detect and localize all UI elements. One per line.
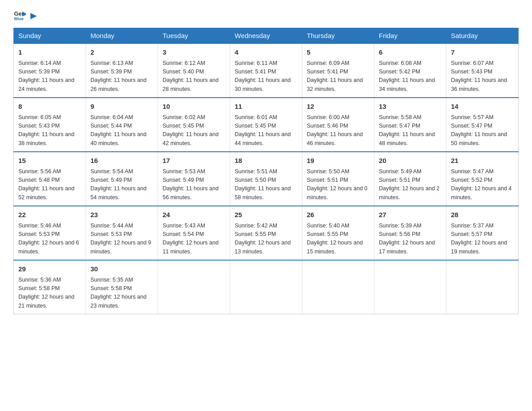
- calendar-cell: 22Sunrise: 5:46 AMSunset: 5:53 PMDayligh…: [14, 206, 86, 260]
- calendar-cell: 11Sunrise: 6:01 AMSunset: 5:45 PMDayligh…: [230, 98, 302, 152]
- day-number: 5: [307, 47, 369, 58]
- day-number: 13: [379, 102, 442, 112]
- day-number: 15: [18, 156, 81, 166]
- calendar-cell: 27Sunrise: 5:39 AMSunset: 5:56 PMDayligh…: [374, 206, 446, 260]
- calendar-cell: 2Sunrise: 6:13 AMSunset: 5:39 PMDaylight…: [86, 43, 158, 98]
- day-info: Sunrise: 6:13 AMSunset: 5:39 PMDaylight:…: [90, 59, 153, 94]
- day-number: 30: [90, 264, 153, 274]
- day-info: Sunrise: 6:01 AMSunset: 5:45 PMDaylight:…: [235, 113, 297, 148]
- day-info: Sunrise: 6:07 AMSunset: 5:43 PMDaylight:…: [451, 59, 514, 94]
- calendar-cell: 26Sunrise: 5:40 AMSunset: 5:55 PMDayligh…: [302, 206, 374, 260]
- col-header-friday: Friday: [374, 28, 446, 44]
- calendar-cell: 4Sunrise: 6:11 AMSunset: 5:41 PMDaylight…: [230, 43, 302, 98]
- day-number: 18: [235, 156, 297, 166]
- day-info: Sunrise: 6:11 AMSunset: 5:41 PMDaylight:…: [235, 59, 297, 94]
- calendar-cell: 23Sunrise: 5:44 AMSunset: 5:53 PMDayligh…: [86, 206, 158, 260]
- col-header-tuesday: Tuesday: [158, 28, 230, 44]
- day-number: 8: [18, 102, 81, 112]
- col-header-thursday: Thursday: [302, 28, 374, 44]
- calendar-cell: 7Sunrise: 6:07 AMSunset: 5:43 PMDaylight…: [446, 43, 519, 98]
- day-info: Sunrise: 5:44 AMSunset: 5:53 PMDaylight:…: [90, 222, 153, 257]
- day-info: Sunrise: 5:39 AMSunset: 5:56 PMDaylight:…: [379, 222, 442, 257]
- day-number: 28: [451, 210, 514, 220]
- col-header-sunday: Sunday: [14, 28, 86, 44]
- day-info: Sunrise: 6:02 AMSunset: 5:45 PMDaylight:…: [163, 113, 225, 148]
- calendar-cell: 15Sunrise: 5:56 AMSunset: 5:48 PMDayligh…: [14, 152, 86, 206]
- day-number: 23: [90, 210, 153, 220]
- day-number: 22: [18, 210, 81, 220]
- calendar-cell: 1Sunrise: 6:14 AMSunset: 5:39 PMDaylight…: [14, 43, 86, 98]
- col-header-saturday: Saturday: [446, 28, 519, 44]
- day-number: 21: [451, 156, 514, 166]
- calendar-week-row: 29Sunrise: 5:36 AMSunset: 5:58 PMDayligh…: [14, 260, 519, 314]
- day-info: Sunrise: 5:58 AMSunset: 5:47 PMDaylight:…: [379, 113, 442, 148]
- calendar-cell: 21Sunrise: 5:47 AMSunset: 5:52 PMDayligh…: [446, 152, 519, 206]
- calendar-cell: 10Sunrise: 6:02 AMSunset: 5:45 PMDayligh…: [158, 98, 230, 152]
- day-number: 3: [163, 47, 225, 58]
- day-number: 19: [307, 156, 369, 166]
- calendar-week-row: 8Sunrise: 6:05 AMSunset: 5:43 PMDaylight…: [14, 98, 519, 152]
- calendar-cell: 29Sunrise: 5:36 AMSunset: 5:58 PMDayligh…: [14, 260, 86, 314]
- calendar-cell: 12Sunrise: 6:00 AMSunset: 5:46 PMDayligh…: [302, 98, 374, 152]
- calendar-cell: 6Sunrise: 6:08 AMSunset: 5:42 PMDaylight…: [374, 43, 446, 98]
- day-number: 16: [90, 156, 153, 166]
- day-info: Sunrise: 5:50 AMSunset: 5:51 PMDaylight:…: [307, 167, 369, 202]
- calendar-header-row: SundayMondayTuesdayWednesdayThursdayFrid…: [14, 28, 519, 44]
- calendar-week-row: 15Sunrise: 5:56 AMSunset: 5:48 PMDayligh…: [14, 152, 519, 206]
- day-number: 9: [90, 102, 153, 112]
- day-info: Sunrise: 6:00 AMSunset: 5:46 PMDaylight:…: [307, 113, 369, 148]
- day-info: Sunrise: 6:05 AMSunset: 5:43 PMDaylight:…: [18, 113, 81, 148]
- calendar-cell: 24Sunrise: 5:43 AMSunset: 5:54 PMDayligh…: [158, 206, 230, 260]
- svg-marker-3: [30, 13, 37, 19]
- day-info: Sunrise: 5:37 AMSunset: 5:57 PMDaylight:…: [451, 222, 514, 257]
- calendar-cell: 18Sunrise: 5:51 AMSunset: 5:50 PMDayligh…: [230, 152, 302, 206]
- calendar-cell: 28Sunrise: 5:37 AMSunset: 5:57 PMDayligh…: [446, 206, 519, 260]
- day-info: Sunrise: 6:12 AMSunset: 5:40 PMDaylight:…: [163, 59, 225, 94]
- day-number: 26: [307, 210, 369, 220]
- calendar-cell: 14Sunrise: 5:57 AMSunset: 5:47 PMDayligh…: [446, 98, 519, 152]
- calendar-cell: 25Sunrise: 5:42 AMSunset: 5:55 PMDayligh…: [230, 206, 302, 260]
- calendar-cell: 16Sunrise: 5:54 AMSunset: 5:49 PMDayligh…: [86, 152, 158, 206]
- calendar-table: SundayMondayTuesdayWednesdayThursdayFrid…: [13, 28, 519, 314]
- day-number: 20: [379, 156, 442, 166]
- calendar-cell: 5Sunrise: 6:09 AMSunset: 5:41 PMDaylight…: [302, 43, 374, 98]
- day-info: Sunrise: 6:08 AMSunset: 5:42 PMDaylight:…: [379, 59, 442, 94]
- calendar-week-row: 1Sunrise: 6:14 AMSunset: 5:39 PMDaylight…: [14, 43, 519, 98]
- calendar-cell: 30Sunrise: 5:35 AMSunset: 5:58 PMDayligh…: [86, 260, 158, 314]
- day-info: Sunrise: 5:51 AMSunset: 5:50 PMDaylight:…: [235, 167, 297, 202]
- day-info: Sunrise: 5:46 AMSunset: 5:53 PMDaylight:…: [18, 222, 81, 257]
- day-number: 11: [235, 102, 297, 112]
- calendar-cell: 20Sunrise: 5:49 AMSunset: 5:51 PMDayligh…: [374, 152, 446, 206]
- calendar-cell: 19Sunrise: 5:50 AMSunset: 5:51 PMDayligh…: [302, 152, 374, 206]
- page-header: General Blue: [13, 9, 519, 21]
- day-info: Sunrise: 5:53 AMSunset: 5:49 PMDaylight:…: [163, 167, 225, 202]
- day-info: Sunrise: 5:57 AMSunset: 5:47 PMDaylight:…: [451, 113, 514, 148]
- day-info: Sunrise: 5:40 AMSunset: 5:55 PMDaylight:…: [307, 222, 369, 257]
- day-info: Sunrise: 6:04 AMSunset: 5:44 PMDaylight:…: [90, 113, 153, 148]
- day-number: 25: [235, 210, 297, 220]
- calendar-cell: [302, 260, 374, 314]
- calendar-cell: 17Sunrise: 5:53 AMSunset: 5:49 PMDayligh…: [158, 152, 230, 206]
- day-number: 7: [451, 47, 514, 58]
- day-number: 10: [163, 102, 225, 112]
- col-header-monday: Monday: [86, 28, 158, 44]
- day-info: Sunrise: 6:14 AMSunset: 5:39 PMDaylight:…: [18, 59, 81, 94]
- day-info: Sunrise: 5:49 AMSunset: 5:51 PMDaylight:…: [379, 167, 442, 202]
- calendar-cell: 8Sunrise: 6:05 AMSunset: 5:43 PMDaylight…: [14, 98, 86, 152]
- calendar-cell: 3Sunrise: 6:12 AMSunset: 5:40 PMDaylight…: [158, 43, 230, 98]
- day-info: Sunrise: 5:47 AMSunset: 5:52 PMDaylight:…: [451, 167, 514, 202]
- calendar-cell: [230, 260, 302, 314]
- day-number: 24: [163, 210, 225, 220]
- day-number: 12: [307, 102, 369, 112]
- day-number: 17: [163, 156, 225, 166]
- calendar-cell: 13Sunrise: 5:58 AMSunset: 5:47 PMDayligh…: [374, 98, 446, 152]
- day-number: 14: [451, 102, 514, 112]
- logo: General Blue: [13, 9, 39, 21]
- col-header-wednesday: Wednesday: [230, 28, 302, 44]
- day-info: Sunrise: 5:54 AMSunset: 5:49 PMDaylight:…: [90, 167, 153, 202]
- calendar-cell: [374, 260, 446, 314]
- day-info: Sunrise: 5:42 AMSunset: 5:55 PMDaylight:…: [235, 222, 297, 257]
- day-info: Sunrise: 5:56 AMSunset: 5:48 PMDaylight:…: [18, 167, 81, 202]
- day-number: 27: [379, 210, 442, 220]
- logo-arrow-icon: [29, 11, 39, 21]
